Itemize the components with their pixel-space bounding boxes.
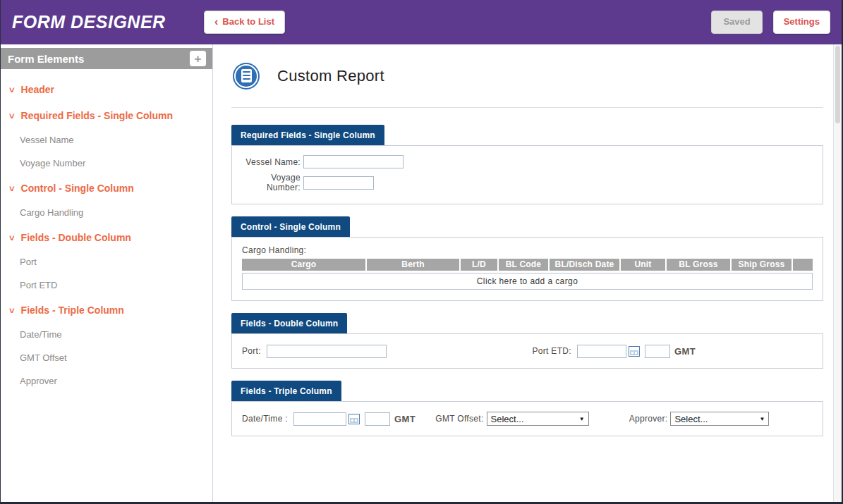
port-etd-date-input[interactable] <box>577 345 626 358</box>
main-content: Custom Report Required Fields - Single C… <box>213 44 833 502</box>
back-to-list-button[interactable]: ‹ Back to List <box>204 11 285 33</box>
add-cargo-row[interactable]: Click here to add a cargo <box>242 273 813 290</box>
calendar-icon[interactable] <box>348 414 360 424</box>
sidebar-item-approver[interactable]: Approver <box>1 369 212 393</box>
page-title: Custom Report <box>277 67 384 85</box>
voyage-number-row: Voyage Number: <box>232 173 823 192</box>
form-elements-list: ˅ Header ˅ Required Fields - Single Colu… <box>1 69 212 393</box>
sidebar-header: Form Elements + <box>1 48 212 69</box>
col-header-cargo: Cargo <box>242 259 365 271</box>
col-header-bl-code: BL Code <box>499 259 548 271</box>
gmt-offset-label: GMT Offset: <box>435 414 483 424</box>
sidebar-item-vessel-name[interactable]: Vessel Name <box>1 128 212 152</box>
gmt-offset-select[interactable]: Select... ▼ <box>487 412 589 426</box>
sidebar-group-label: Fields - Double Column <box>21 232 131 243</box>
col-header-ld: L/D <box>461 259 497 271</box>
panel-required-fields: Vessel Name: Voyage Number: <box>231 145 823 204</box>
dropdown-arrow-icon: ▼ <box>579 416 585 422</box>
vessel-name-input[interactable] <box>303 155 404 168</box>
chevron-down-icon: ˅ <box>9 184 15 193</box>
saved-button[interactable]: Saved <box>711 11 762 33</box>
panel-control: Cargo Handling: Cargo Berth L/D BL Code … <box>231 237 823 301</box>
tab-double-column[interactable]: Fields - Double Column <box>231 313 347 333</box>
sidebar-item-date-time[interactable]: Date/Time <box>1 323 212 346</box>
date-input[interactable] <box>293 412 346 426</box>
col-header-bl-disch-date: BL/Disch Date <box>550 259 619 271</box>
port-field: Port: <box>232 345 533 358</box>
sidebar-group-required-fields[interactable]: ˅ Required Fields - Single Column <box>1 102 212 128</box>
sidebar-item-voyage-number[interactable]: Voyage Number <box>1 152 212 175</box>
sidebar-item-port[interactable]: Port <box>1 250 212 273</box>
chevron-down-icon: ˅ <box>9 111 15 121</box>
sidebar-item-port-etd[interactable]: Port ETD <box>1 273 212 297</box>
sidebar-item-cargo-handling[interactable]: Cargo Handling <box>1 201 212 224</box>
dropdown-arrow-icon: ▼ <box>759 416 765 422</box>
sidebar-group-control[interactable]: ˅ Control - Single Column <box>1 175 212 201</box>
col-header-unit: Unit <box>621 259 665 271</box>
approver-field: Approver: Select... ▼ <box>629 412 823 426</box>
sidebar-group-label: Header <box>21 84 54 95</box>
sidebar-title: Form Elements <box>8 53 84 65</box>
port-label: Port: <box>242 346 261 356</box>
voyage-number-label: Voyage Number: <box>242 173 301 192</box>
col-header-ship-gross: Ship Gross <box>732 259 792 271</box>
document-sheet <box>241 69 252 82</box>
tab-triple-column[interactable]: Fields - Triple Column <box>231 381 341 401</box>
sidebar-group-label: Control - Single Column <box>21 183 134 194</box>
port-input[interactable] <box>267 345 387 358</box>
sidebar-group-header[interactable]: ˅ Header <box>1 76 212 102</box>
gmt-offset-select-value: Select... <box>491 414 524 424</box>
sidebar-group-label: Fields - Triple Column <box>21 305 124 316</box>
section-control: Control - Single Column Cargo Handling: … <box>231 216 823 301</box>
approver-label: Approver: <box>629 414 668 424</box>
port-etd-time-input[interactable] <box>645 345 670 358</box>
report-document-icon <box>234 64 258 88</box>
topbar-actions: Saved Settings <box>711 11 830 33</box>
gmt-label: GMT <box>674 346 696 357</box>
panel-double-column: Port: Port ETD: GMT <box>231 333 823 369</box>
form-designer-window: FORM DESIGNER ‹ Back to List Saved Setti… <box>0 0 843 504</box>
chevron-down-icon: ˅ <box>9 85 15 94</box>
vessel-name-label: Vessel Name: <box>242 157 301 167</box>
date-time-label: Date/Time : <box>242 414 288 424</box>
section-triple-column: Fields - Triple Column Date/Time : GMT G… <box>231 381 823 436</box>
col-header-filler <box>793 259 813 271</box>
app-title: FORM DESIGNER <box>12 12 204 32</box>
gmt-label: GMT <box>394 414 416 424</box>
voyage-number-input[interactable] <box>303 176 374 190</box>
scrollbar-thumb[interactable] <box>835 46 840 123</box>
add-element-button[interactable]: + <box>190 51 206 66</box>
time-input[interactable] <box>365 412 390 426</box>
chevron-down-icon: ˅ <box>9 306 15 315</box>
approver-select[interactable]: Select... ▼ <box>670 412 769 426</box>
settings-button[interactable]: Settings <box>773 11 830 33</box>
sidebar-group-triple-column[interactable]: ˅ Fields - Triple Column <box>1 297 212 323</box>
approver-select-value: Select... <box>674 414 708 424</box>
date-time-field: Date/Time : GMT <box>232 412 435 426</box>
form-sections: Required Fields - Single Column Vessel N… <box>231 108 823 436</box>
cargo-handling-label: Cargo Handling: <box>242 245 813 255</box>
col-header-bl-gross: BL Gross <box>667 259 730 271</box>
topbar: FORM DESIGNER ‹ Back to List Saved Setti… <box>1 0 842 44</box>
cargo-table-header: Cargo Berth L/D BL Code BL/Disch Date Un… <box>242 259 813 271</box>
chevron-down-icon: ˅ <box>9 233 15 242</box>
col-header-berth: Berth <box>367 259 459 271</box>
tab-required-fields[interactable]: Required Fields - Single Column <box>231 125 384 145</box>
section-double-column: Fields - Double Column Port: Port ETD: G… <box>231 313 823 369</box>
section-required-fields: Required Fields - Single Column Vessel N… <box>231 125 823 204</box>
content: Form Elements + ˅ Header ˅ Required Fiel… <box>1 44 842 502</box>
sidebar-group-label: Required Fields - Single Column <box>21 110 173 121</box>
tab-control[interactable]: Control - Single Column <box>231 216 350 237</box>
calendar-icon[interactable] <box>629 346 640 357</box>
back-to-list-label: Back to List <box>222 17 274 27</box>
report-header: Custom Report <box>231 44 823 108</box>
gmt-offset-field: GMT Offset: Select... ▼ <box>435 412 629 426</box>
vertical-scrollbar[interactable] <box>833 44 842 502</box>
back-chevron-icon: ‹ <box>214 17 218 27</box>
port-etd-field: Port ETD: GMT <box>533 345 823 358</box>
panel-triple-column: Date/Time : GMT GMT Offset: Select... ▼ <box>231 401 823 436</box>
sidebar-group-double-column[interactable]: ˅ Fields - Double Column <box>1 224 212 250</box>
sidebar-item-gmt-offset[interactable]: GMT Offset <box>1 346 212 369</box>
vessel-name-row: Vessel Name: <box>232 155 823 168</box>
port-etd-label: Port ETD: <box>533 346 571 356</box>
